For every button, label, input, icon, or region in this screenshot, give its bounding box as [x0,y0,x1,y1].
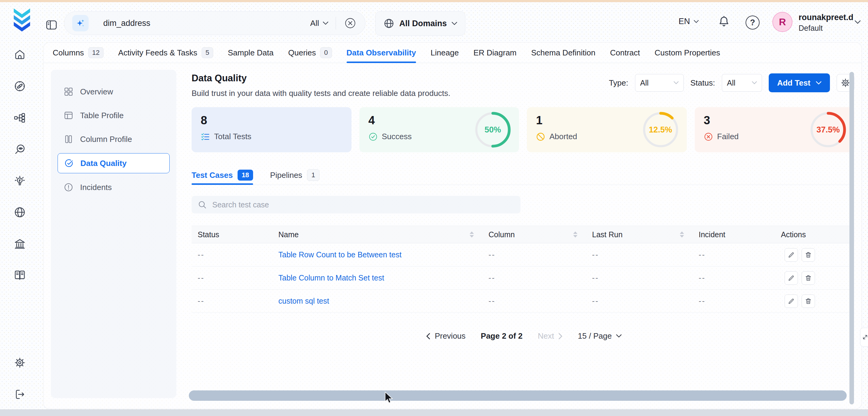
status-filter-label: Status: [690,78,715,88]
sidenav-label: Incidents [80,183,112,192]
tab-pipelines[interactable]: Pipelines 1 [270,166,319,185]
test-case-link[interactable]: Table Row Count to be Between test [278,250,401,259]
sort-icon[interactable] [470,231,474,237]
test-case-search[interactable] [192,196,521,214]
horizontal-scrollbar[interactable] [189,390,847,401]
home-icon[interactable] [14,49,26,61]
app-logo-icon[interactable] [10,7,33,32]
tab-er-diagram[interactable]: ER Diagram [473,43,517,63]
sort-icon[interactable] [680,231,684,237]
table-row: -- Table Column to Match Set test -- -- … [192,266,854,290]
checklist-icon [201,132,210,141]
domains-globe-icon[interactable] [14,206,26,218]
tab-lineage[interactable]: Lineage [431,43,459,63]
delete-button[interactable] [802,294,815,308]
sidenav-item-data-quality[interactable]: Data Quality [58,153,169,173]
sidenav-item-column-profile[interactable]: Column Profile [58,129,169,149]
success-card: 4 Success 50% [360,107,519,152]
entity-tab-bar: Columns12 Activity Feeds & Tasks5 Sample… [43,43,862,63]
delete-button[interactable] [802,271,815,285]
previous-page-button[interactable]: Previous [424,331,467,341]
next-page-button[interactable]: Next [536,331,564,341]
column-header-last-run[interactable]: Last Run [586,230,692,239]
profiler-observability-icon[interactable] [14,143,26,156]
type-filter-select[interactable]: All [635,74,684,92]
clear-search-icon[interactable] [343,16,357,30]
cell-column: -- [483,297,586,306]
top-bar: All All Domains EN ? [0,2,868,42]
collapsed-side-widget[interactable] [860,328,868,347]
aborted-card: 1 Aborted 12.5% [527,107,687,152]
chevron-down-icon [816,81,822,85]
lineage-flow-icon[interactable] [14,112,26,124]
failed-ring: 37.5% [810,111,846,148]
global-search-bar[interactable]: All [64,11,366,35]
tab-count-badge: 12 [88,47,103,58]
trash-icon [805,275,812,282]
tab-data-observability[interactable]: Data Observability [347,43,416,63]
edit-button[interactable] [784,294,798,308]
delete-button[interactable] [802,248,815,262]
chevron-left-icon [426,333,430,340]
status-filter-select[interactable]: All [722,74,762,92]
sort-icon[interactable] [573,231,578,237]
search-scope-dropdown[interactable]: All [310,19,328,28]
gear-icon [840,78,850,88]
chevron-down-icon [694,20,699,23]
total-tests-card: 8 Total Tests [192,107,351,152]
tab-count-badge: 0 [320,47,332,58]
settings-gear-icon[interactable] [14,357,26,369]
test-case-link[interactable]: Table Column to Match Set test [278,274,384,282]
pencil-icon [787,251,795,259]
vertical-scrollbar[interactable] [849,72,854,405]
edit-button[interactable] [784,248,798,262]
sidenav-item-incidents[interactable]: Incidents [58,178,169,197]
global-search-input[interactable] [103,18,310,28]
language-selector[interactable]: EN [679,17,699,26]
sidebar-toggle-button[interactable] [45,19,58,31]
help-button[interactable]: ? [746,15,760,30]
cell-last-run: -- [586,250,692,259]
list-tab-bar: Test Cases 18 Pipelines 1 [192,166,854,185]
language-value: EN [679,17,690,26]
add-test-button[interactable]: Add Test [769,73,830,92]
cell-column: -- [483,250,586,259]
tab-contract[interactable]: Contract [610,43,640,63]
table-icon [64,110,73,120]
sidenav-item-overview[interactable]: Overview [58,82,169,101]
tab-activity-feeds[interactable]: Activity Feeds & Tasks5 [118,43,213,63]
trash-icon [805,251,812,259]
page-size-select[interactable]: 15 / Page [578,331,621,341]
column-header-column[interactable]: Column [483,230,586,239]
window-top-strip [0,0,868,2]
edit-button[interactable] [784,271,798,285]
explore-compass-icon[interactable] [14,80,26,92]
insights-bulb-icon[interactable] [14,175,26,187]
app-rail [0,42,43,409]
tab-test-cases[interactable]: Test Cases 18 [192,166,253,185]
tab-columns[interactable]: Columns12 [53,43,103,63]
tab-schema-definition[interactable]: Schema Definition [531,43,595,63]
grid-icon [64,87,73,97]
domains-label: All Domains [399,19,447,28]
sidenav-item-table-profile[interactable]: Table Profile [58,106,169,125]
glossary-book-icon[interactable] [14,269,26,281]
tab-sample-data[interactable]: Sample Data [228,43,274,63]
page-subtitle: Build trust in your data with quality te… [192,89,451,98]
column-header-name[interactable]: Name [272,230,483,239]
failed-x-icon [704,132,713,141]
user-avatar[interactable]: R [772,12,793,32]
columns-icon [64,134,73,144]
domains-selector[interactable]: All Domains [375,11,465,36]
governance-bank-icon[interactable] [14,238,26,250]
user-menu[interactable]: rounakpreet.d Default [799,12,854,33]
user-menu-chevron-icon[interactable] [855,21,861,24]
chevron-down-icon [616,334,622,338]
test-case-search-input[interactable] [212,200,515,210]
test-case-link[interactable]: custom sql test [278,297,329,306]
failed-card: 3 Failed 37.5% [695,107,855,152]
tab-queries[interactable]: Queries0 [288,43,332,63]
notifications-button[interactable] [717,15,731,29]
logout-icon[interactable] [14,388,26,401]
tab-custom-properties[interactable]: Custom Properties [654,43,720,63]
